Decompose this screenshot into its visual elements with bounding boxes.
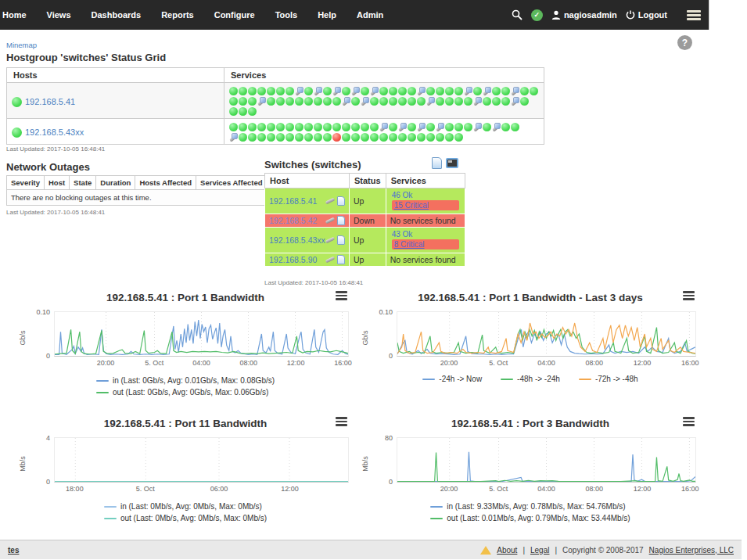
service-ok-icon[interactable] (464, 97, 472, 106)
hamburger-menu-icon[interactable] (687, 10, 701, 20)
service-ok-icon[interactable] (436, 87, 444, 95)
service-ok-icon[interactable] (436, 133, 444, 142)
service-wrench-icon[interactable] (426, 97, 435, 106)
service-ok-icon[interactable] (229, 87, 238, 95)
nav-item-dashboards[interactable]: Dashboards (81, 0, 152, 30)
service-ok-icon[interactable] (276, 123, 285, 131)
service-ok-icon[interactable] (370, 97, 379, 106)
service-ok-icon[interactable] (257, 133, 266, 142)
legend-item[interactable]: out (Last: 0Mb/s, Avg: 0Mb/s, Max: 0Mb/s… (104, 512, 267, 524)
service-ok-icon[interactable] (342, 87, 350, 95)
user-menu[interactable]: nagiosadmin (551, 10, 617, 20)
service-ok-icon[interactable] (286, 123, 294, 131)
nav-item-help[interactable]: Help (307, 0, 347, 30)
service-ok-icon[interactable] (389, 133, 397, 142)
service-ok-icon[interactable] (361, 133, 369, 142)
service-ok-icon[interactable] (379, 133, 388, 142)
service-ok-icon[interactable] (295, 133, 303, 142)
service-wrench-icon[interactable] (511, 97, 519, 106)
host-link[interactable]: 192.168.5.43xx (25, 127, 84, 137)
legend-item[interactable]: in (Last: 0Gb/s, Avg: 0.01Gb/s, Max: 0.0… (96, 375, 275, 386)
service-ok-icon[interactable] (239, 97, 247, 106)
service-ok-icon[interactable] (389, 87, 397, 95)
page-view-icon[interactable] (432, 157, 442, 169)
service-ok-icon[interactable] (454, 123, 463, 131)
chart-menu-icon[interactable] (336, 291, 347, 300)
service-ok-icon[interactable] (398, 133, 407, 142)
service-ok-icon[interactable] (426, 133, 435, 142)
legend-item[interactable]: in (Last: 0Mb/s, Avg: 0Mb/s, Max: 0Mb/s) (104, 501, 267, 512)
service-ok-icon[interactable] (229, 107, 238, 116)
host-wrench-icon[interactable] (325, 256, 336, 264)
service-ok-icon[interactable] (436, 97, 444, 106)
host-page-icon[interactable] (337, 255, 345, 264)
service-ok-icon[interactable] (445, 133, 454, 142)
nav-item-admin[interactable]: Admin (347, 0, 393, 30)
service-ok-icon[interactable] (229, 97, 238, 106)
service-ok-icon[interactable] (361, 123, 369, 131)
service-ok-icon[interactable] (492, 87, 501, 95)
host-page-icon[interactable] (337, 235, 345, 245)
service-ok-icon[interactable] (464, 123, 472, 131)
service-ok-icon[interactable] (276, 133, 285, 142)
service-ok-icon[interactable] (248, 97, 257, 106)
service-ok-icon[interactable] (248, 123, 257, 131)
service-ok-icon[interactable] (286, 97, 294, 106)
service-ok-icon[interactable] (267, 133, 275, 142)
service-ok-icon[interactable] (520, 87, 529, 95)
service-ok-icon[interactable] (417, 133, 426, 142)
host-link[interactable]: 192.168.5.90 (269, 255, 317, 264)
service-ok-icon[interactable] (361, 87, 369, 95)
service-wrench-icon[interactable] (229, 133, 238, 142)
service-ok-icon[interactable] (454, 97, 463, 106)
service-ok-icon[interactable] (267, 87, 275, 95)
service-wrench-icon[interactable] (483, 87, 491, 95)
service-ok-icon[interactable] (408, 87, 416, 95)
service-critical-icon[interactable] (332, 133, 341, 142)
services-ok-link[interactable]: 43 Ok (390, 229, 461, 239)
warning-icon[interactable] (480, 546, 491, 555)
legend-item[interactable]: in (Last: 9.33Mb/s, Avg: 0.78Mb/s, Max: … (430, 501, 630, 512)
service-ok-icon[interactable] (342, 123, 350, 131)
service-ok-icon[interactable] (483, 97, 491, 106)
service-ok-icon[interactable] (314, 97, 322, 106)
service-ok-icon[interactable] (445, 87, 454, 95)
chart-menu-icon[interactable] (683, 417, 695, 426)
host-link[interactable]: 192.168.5.41 (25, 97, 75, 106)
service-wrench-icon[interactable] (332, 87, 341, 95)
service-ok-icon[interactable] (304, 97, 313, 106)
service-wrench-icon[interactable] (511, 87, 519, 95)
service-ok-icon[interactable] (370, 133, 379, 142)
service-wrench-icon[interactable] (436, 123, 444, 131)
nav-item-tools[interactable]: Tools (265, 0, 308, 30)
service-ok-icon[interactable] (342, 133, 350, 142)
service-ok-icon[interactable] (398, 87, 407, 95)
service-wrench-icon[interactable] (473, 123, 482, 131)
breadcrumb[interactable]: Minemap (6, 41, 37, 49)
service-ok-icon[interactable] (323, 87, 332, 95)
host-wrench-icon[interactable] (325, 197, 336, 205)
service-ok-icon[interactable] (483, 123, 491, 131)
service-wrench-icon[interactable] (492, 123, 501, 131)
service-ok-icon[interactable] (389, 123, 397, 131)
host-link[interactable]: 192.168.5.41 (269, 196, 317, 206)
search-icon[interactable] (512, 9, 523, 20)
service-ok-icon[interactable] (530, 87, 538, 95)
service-ok-icon[interactable] (473, 87, 482, 95)
service-ok-icon[interactable] (323, 123, 332, 131)
service-wrench-icon[interactable] (342, 97, 350, 106)
services-ok-link[interactable]: 46 Ok (390, 190, 461, 200)
service-ok-icon[interactable] (426, 87, 435, 95)
service-ok-icon[interactable] (323, 97, 332, 106)
service-wrench-icon[interactable] (379, 123, 388, 131)
service-ok-icon[interactable] (398, 97, 407, 106)
service-ok-icon[interactable] (248, 87, 257, 95)
service-ok-icon[interactable] (501, 97, 510, 106)
host-page-icon[interactable] (337, 196, 345, 206)
legend-item[interactable]: -48h -> -24h (501, 375, 560, 383)
service-ok-icon[interactable] (267, 123, 275, 131)
service-ok-icon[interactable] (332, 123, 341, 131)
service-ok-icon[interactable] (379, 87, 388, 95)
service-ok-icon[interactable] (257, 87, 266, 95)
service-wrench-icon[interactable] (464, 87, 472, 95)
